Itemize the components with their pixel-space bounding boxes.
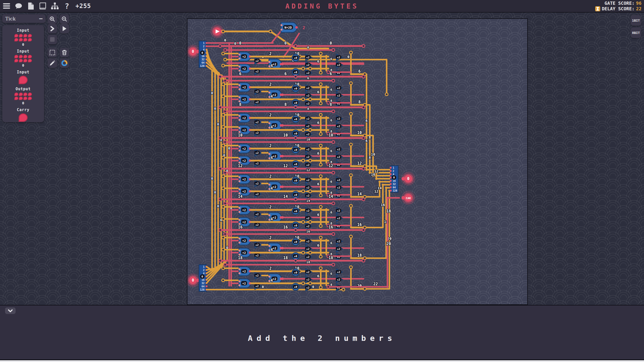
collapse-hint-button[interactable] xyxy=(5,307,16,314)
svg-text:4: 4 xyxy=(203,48,205,51)
svg-text:+2: +2 xyxy=(242,282,246,285)
adder-cell[interactable]: 14141414+2+2+2+2210+264+0+0+2+2+2+2+2+26… xyxy=(219,194,365,230)
play-button[interactable] xyxy=(60,24,69,33)
zoom-in-button[interactable] xyxy=(48,14,57,24)
zoom-out-button[interactable] xyxy=(60,14,69,24)
adder-cell[interactable]: 6666+2+2+2+2210+264+0+0+2+2+2+2+2+2688 xyxy=(219,72,365,107)
svg-text:128: 128 xyxy=(200,288,205,291)
adder-cell[interactable]: 16161616+2+2+2+2210+264+0+0+2+2+2+2+2+26… xyxy=(219,225,365,260)
svg-text:+2: +2 xyxy=(337,186,340,189)
svg-text:+2: +2 xyxy=(255,213,259,216)
svg-text:+2: +2 xyxy=(337,155,340,159)
adder-cell[interactable]: 12121212+2+2+2+2210+264+0+0+2+2+2+2+2+26… xyxy=(219,164,365,199)
svg-text:N+2D: N+2D xyxy=(285,26,292,29)
svg-text:0: 0 xyxy=(214,107,216,111)
palette-item-input-byte-a[interactable]: Input 0 xyxy=(14,28,32,47)
svg-text:+2: +2 xyxy=(255,121,259,124)
circuit-canvas[interactable]: 0000000000000001248163264128000012481632… xyxy=(187,18,528,305)
svg-text:+2: +2 xyxy=(337,63,340,67)
adder-cell[interactable]: 0000+2+2+2+2210+264+0+0+2+2+2+2+2+2686 xyxy=(219,41,365,76)
chat-icon[interactable] xyxy=(13,1,24,11)
delete-button[interactable] xyxy=(60,48,69,57)
adder-cell[interactable]: 10101010+2+2+2+2210+264+0+0+2+2+2+2+2+26… xyxy=(219,133,365,168)
objective-text: Add the 2 numbers xyxy=(0,334,644,343)
svg-text:+2: +2 xyxy=(306,194,309,197)
svg-text:64: 64 xyxy=(202,285,205,288)
svg-text:+2: +2 xyxy=(255,254,259,257)
svg-text:6: 6 xyxy=(317,151,319,155)
menu-icon[interactable] xyxy=(1,1,12,11)
svg-text:+2: +2 xyxy=(242,116,246,120)
svg-text:12: 12 xyxy=(374,169,379,173)
svg-text:8: 8 xyxy=(330,191,332,195)
svg-text:32: 32 xyxy=(202,58,205,61)
svg-text:32: 32 xyxy=(393,183,396,186)
adder-cell[interactable]: 8888+2+2+2+2210+264+0+0+2+2+2+2+2+26810 xyxy=(219,102,365,138)
one-bit-button[interactable]: 1BIT xyxy=(631,15,641,26)
top-gate[interactable]: N+2D2 xyxy=(271,22,305,57)
bit-blob-icon xyxy=(19,76,28,84)
svg-text:+2: +2 xyxy=(306,71,309,75)
svg-text:6: 6 xyxy=(284,72,287,76)
step-button[interactable] xyxy=(48,24,57,33)
circuit-svg[interactable]: 0000000000000001248163264128000012481632… xyxy=(187,19,527,304)
color-wheel-button[interactable] xyxy=(60,58,69,68)
top-bar: ? +255 ADDING BYTES GATE SCORE: 96 DELAY… xyxy=(0,0,644,13)
svg-text:+0: +0 xyxy=(294,132,297,135)
value-readout: 0 xyxy=(22,101,24,105)
carry-node[interactable]: CAR xyxy=(401,191,415,205)
svg-text:0: 0 xyxy=(239,41,241,46)
delay-score-label: DELAY SCORE: xyxy=(602,6,634,12)
svg-text:+2: +2 xyxy=(337,278,340,281)
svg-text:6: 6 xyxy=(330,272,332,276)
tick-window[interactable]: Tick – xyxy=(2,14,46,23)
svg-text:14: 14 xyxy=(378,186,382,190)
select-tool-button[interactable] xyxy=(48,48,57,57)
book-icon[interactable] xyxy=(37,1,48,11)
adder-cell[interactable]: 18181818+2+2+2+2210+264+0+0+2+2+2+2+2+26… xyxy=(219,256,365,291)
hierarchy-icon[interactable] xyxy=(49,1,60,11)
new-file-icon[interactable] xyxy=(25,1,36,11)
palette-item-carry-bit[interactable]: Carry xyxy=(17,108,29,122)
carry-line[interactable]: 222018 xyxy=(350,197,399,288)
svg-text:+2: +2 xyxy=(306,117,309,120)
svg-text:6: 6 xyxy=(330,72,332,76)
eight-bit-button[interactable]: 8BIT xyxy=(631,27,641,38)
circuit-content[interactable]: 0000000000000001248163264128000012481632… xyxy=(187,22,415,291)
help-icon[interactable]: ? xyxy=(61,1,72,11)
scores: GATE SCORE: 96 DELAY SCORE: 22 xyxy=(595,1,644,12)
svg-text:18: 18 xyxy=(306,260,310,264)
svg-text:14: 14 xyxy=(283,194,288,199)
palette-item-input-bit[interactable]: Input xyxy=(17,70,29,84)
palette-item-input-byte-b[interactable]: Input 0 xyxy=(14,49,32,67)
svg-text:+2: +2 xyxy=(255,285,259,288)
output-node[interactable]: 0 xyxy=(401,172,415,186)
svg-text:+2: +2 xyxy=(255,151,259,155)
svg-text:+2: +2 xyxy=(337,86,340,90)
svg-text:18: 18 xyxy=(238,256,243,260)
svg-text:8: 8 xyxy=(330,102,332,107)
svg-text:+2: +2 xyxy=(306,255,309,259)
stop-button[interactable] xyxy=(48,35,57,44)
svg-text:+2: +2 xyxy=(255,193,259,196)
svg-text:+0: +0 xyxy=(294,163,297,166)
svg-text:+2: +2 xyxy=(242,190,246,193)
svg-text:+2: +2 xyxy=(255,274,259,277)
svg-text:0: 0 xyxy=(393,176,395,179)
svg-text:+2: +2 xyxy=(306,102,309,105)
svg-text:6: 6 xyxy=(366,139,368,143)
palette-item-output-byte[interactable]: Output 0 xyxy=(14,87,32,105)
minimize-button[interactable]: – xyxy=(39,17,43,20)
svg-text:2: 2 xyxy=(269,82,271,87)
tick-play-node[interactable] xyxy=(210,25,328,49)
svg-text:8: 8 xyxy=(307,107,309,111)
color-wheel-icon xyxy=(61,60,67,66)
output-joiner[interactable]: 12481632641280 xyxy=(390,166,398,192)
svg-text:+2: +2 xyxy=(337,178,340,182)
edit-tool-button[interactable] xyxy=(48,58,57,68)
svg-text:6: 6 xyxy=(330,241,332,245)
svg-text:+2: +2 xyxy=(306,286,309,289)
svg-text:+0: +0 xyxy=(294,118,297,121)
svg-text:18: 18 xyxy=(386,209,391,213)
svg-text:0: 0 xyxy=(312,285,314,289)
